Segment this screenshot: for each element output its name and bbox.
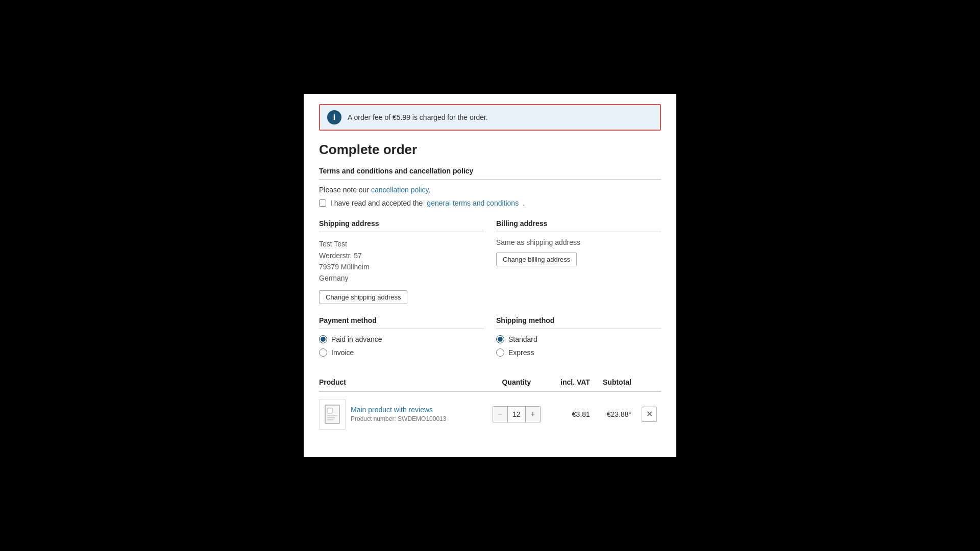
product-image	[319, 399, 346, 430]
terms-checkbox-row[interactable]: I have read and accepted the general ter…	[319, 199, 661, 207]
radio-paid-in-advance[interactable]	[319, 335, 327, 343]
shipping-address-header: Shipping address	[319, 219, 484, 232]
svg-rect-0	[325, 405, 339, 423]
same-as-shipping-text: Same as shipping address	[496, 238, 661, 246]
billing-address-header: Billing address	[496, 219, 661, 232]
col-product: Product	[319, 374, 485, 392]
address-row: Shipping address Test Test Werderstr. 57…	[319, 219, 661, 304]
payment-option-paid-in-advance[interactable]: Paid in advance	[319, 335, 484, 343]
shipping-method-section: Shipping method Standard Express	[496, 316, 661, 362]
col-vat: incl. VAT	[551, 374, 594, 392]
radio-standard[interactable]	[496, 335, 504, 343]
info-banner: i A order fee of €5.99 is charged for th…	[319, 104, 661, 131]
svg-rect-3	[327, 417, 335, 418]
method-row: Payment method Paid in advance Invoice S…	[319, 316, 661, 362]
payment-method-header: Payment method	[319, 316, 484, 329]
billing-address-section: Billing address Same as shipping address…	[496, 219, 661, 304]
product-remove-cell: ✕	[635, 391, 661, 437]
product-subtotal-cell: €23.88*	[594, 391, 635, 437]
info-banner-text: A order fee of €5.99 is charged for the …	[348, 113, 488, 121]
product-table: Product Quantity incl. VAT Subtotal	[319, 374, 661, 437]
cancellation-policy-link[interactable]: cancellation policy	[371, 186, 429, 194]
quantity-decrease-button[interactable]: −	[493, 407, 507, 422]
svg-rect-4	[327, 419, 333, 420]
shipping-option-express[interactable]: Express	[496, 348, 661, 357]
info-icon: i	[327, 110, 341, 124]
payment-method-section: Payment method Paid in advance Invoice	[319, 316, 484, 362]
shipping-method-header: Shipping method	[496, 316, 661, 329]
payment-option-invoice[interactable]: Invoice	[319, 348, 484, 357]
quantity-increase-button[interactable]: +	[526, 407, 540, 422]
terms-checkbox[interactable]	[319, 199, 326, 207]
page-container: i A order fee of €5.99 is charged for th…	[304, 94, 676, 457]
terms-note: Please note our cancellation policy.	[319, 186, 661, 194]
terms-section: Terms and conditions and cancellation po…	[319, 167, 661, 207]
product-number: Product number: SWDEMO100013	[351, 415, 446, 422]
table-row: Main product with reviews Product number…	[319, 391, 661, 437]
product-vat-cell: €3.81	[551, 391, 594, 437]
svg-rect-1	[327, 408, 332, 413]
col-quantity: Quantity	[485, 374, 551, 392]
general-terms-link[interactable]: general terms and conditions	[427, 199, 519, 207]
change-shipping-address-button[interactable]: Change shipping address	[319, 290, 407, 304]
remove-product-button[interactable]: ✕	[642, 407, 657, 422]
radio-express[interactable]	[496, 348, 504, 357]
change-billing-address-button[interactable]: Change billing address	[496, 253, 577, 266]
terms-header: Terms and conditions and cancellation po…	[319, 167, 661, 180]
page-title: Complete order	[319, 142, 661, 158]
radio-invoice[interactable]	[319, 348, 327, 357]
col-subtotal: Subtotal	[594, 374, 635, 392]
svg-rect-2	[327, 415, 337, 416]
product-quantity-cell: − 12 +	[485, 391, 551, 437]
shipping-address-section: Shipping address Test Test Werderstr. 57…	[319, 219, 484, 304]
quantity-value: 12	[507, 407, 526, 422]
product-name-link[interactable]: Main product with reviews	[351, 406, 446, 414]
shipping-address-text: Test Test Werderstr. 57 79379 Müllheim G…	[319, 238, 484, 284]
quantity-control: − 12 +	[493, 406, 541, 422]
product-info: Main product with reviews Product number…	[319, 399, 481, 430]
shipping-option-standard[interactable]: Standard	[496, 335, 661, 343]
